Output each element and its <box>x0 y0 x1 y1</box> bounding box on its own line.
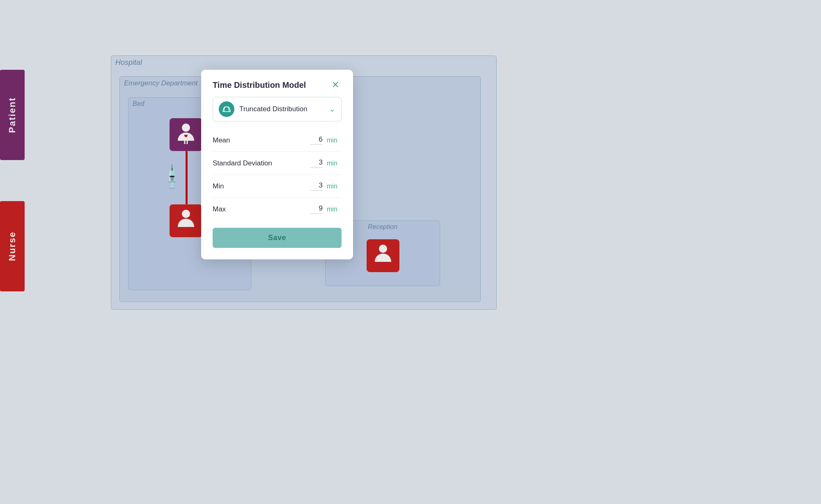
param-unit-mean: min <box>327 137 342 144</box>
param-row-min: Min 3 min <box>213 175 342 198</box>
modal-overlay <box>0 0 821 504</box>
param-value-mean[interactable]: 6 <box>310 135 323 145</box>
modal-header: Time Distribution Model ✕ <box>201 70 353 97</box>
distribution-dropdown[interactable]: Truncated Distribution ⌄ <box>213 97 342 121</box>
param-value-min[interactable]: 3 <box>310 181 323 191</box>
save-button-container: Save <box>201 220 353 259</box>
param-value-std[interactable]: 3 <box>310 158 323 168</box>
distribution-chart-icon <box>222 104 232 114</box>
distribution-name: Truncated Distribution <box>239 105 324 113</box>
close-button[interactable]: ✕ <box>329 80 342 90</box>
param-row-max: Max 9 min <box>213 198 342 220</box>
param-unit-std: min <box>327 160 342 167</box>
param-label-std: Standard Deviation <box>213 159 310 167</box>
modal-title: Time Distribution Model <box>213 80 306 90</box>
param-row-mean: Mean 6 min <box>213 129 342 152</box>
parameters-section: Mean 6 min Standard Deviation 3 min Min … <box>201 129 353 220</box>
save-button[interactable]: Save <box>213 228 342 248</box>
time-distribution-modal: Time Distribution Model ✕ Truncated Dist… <box>201 70 353 259</box>
param-label-max: Max <box>213 205 310 213</box>
param-row-std: Standard Deviation 3 min <box>213 152 342 175</box>
param-value-max[interactable]: 9 <box>310 204 323 214</box>
param-unit-min: min <box>327 183 342 190</box>
chevron-down-icon: ⌄ <box>329 105 335 114</box>
param-unit-max: min <box>327 206 342 213</box>
param-label-min: Min <box>213 182 310 190</box>
param-label-mean: Mean <box>213 136 310 144</box>
distribution-icon <box>219 101 234 117</box>
